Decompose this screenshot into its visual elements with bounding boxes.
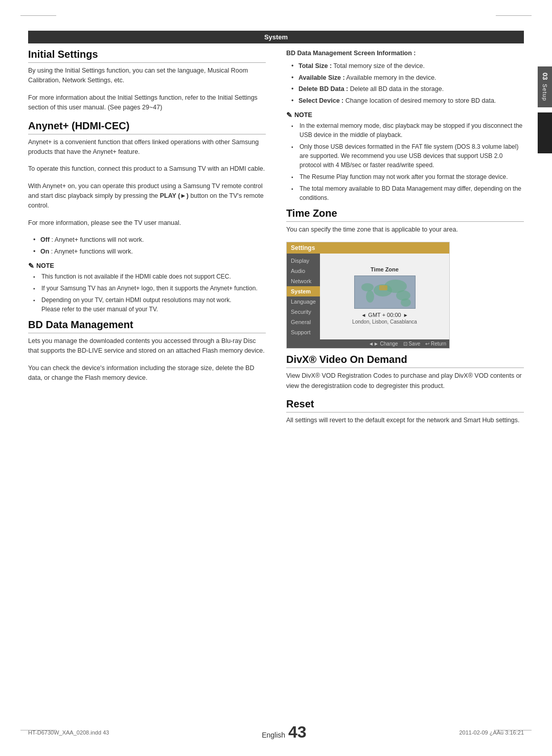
divx-section: DivX® Video On Demand View DivX® VOD Reg… (286, 354, 524, 391)
anynet-note: ✎ NOTE This function is not available if… (28, 262, 266, 314)
anynet-body4: For more information, please see the TV … (28, 218, 266, 228)
initial-settings-title: Initial Settings (28, 49, 266, 63)
bd-bullet-total: Total Size : Total memory size of the de… (291, 61, 524, 71)
anynet-title: Anynet+ (HDMI-CEC) (28, 120, 266, 134)
note-icon: ✎ (28, 262, 34, 270)
gmt-arrow-right: ► (403, 312, 408, 318)
divx-title: DivX® Video On Demand (286, 354, 524, 368)
settings-screenshot: Settings Display Audio Network System La… (286, 242, 450, 349)
svg-point-4 (361, 283, 374, 291)
bd-bullet-available: Available Size : Available memory in the… (291, 73, 524, 83)
time-zone-body: You can specify the time zone that is ap… (286, 225, 524, 235)
anynet-section: Anynet+ (HDMI-CEC) Anynet+ is a convenie… (28, 120, 266, 314)
anynet-note-3: Depending on your TV, certain HDMI outpu… (33, 295, 266, 314)
side-tab-dark (538, 112, 552, 153)
system-header-bar: System (28, 31, 524, 43)
bd-data-section: BD Data Management Lets you manage the d… (28, 319, 266, 383)
page-footer: HT-D6730W_XAA_0208.indd 43 English 43 20… (28, 723, 524, 742)
gmt-arrow-left: ◄ (361, 312, 366, 318)
svg-point-5 (366, 290, 374, 303)
menu-system: System (287, 286, 320, 296)
bd-screen-info-title: BD Data Management Screen Information : (286, 49, 524, 58)
footer-change: ◄► Change (369, 341, 398, 347)
bd-data-right: BD Data Management Screen Information : … (286, 49, 524, 202)
menu-audio: Audio (287, 266, 320, 276)
bd-note-list: In the external memory mode, disc playba… (291, 121, 524, 202)
border-top-right (496, 15, 532, 16)
system-bar-label: System (264, 33, 288, 41)
initial-settings-body2: For more information about the Initial S… (28, 93, 266, 113)
footer-save: ⊡ Save (403, 341, 421, 347)
settings-screenshot-body: Display Audio Network System Language Se… (287, 254, 449, 339)
reset-section: Reset All settings will revert to the de… (286, 398, 524, 425)
settings-menu: Display Audio Network System Language Se… (287, 254, 320, 339)
side-tab-text: Setup (542, 84, 548, 101)
side-tab-number: 03 (541, 73, 549, 80)
right-column: BD Data Management Screen Information : … (286, 49, 524, 432)
bd-note-1: In the external memory mode, disc playba… (291, 121, 524, 140)
menu-security: Security (287, 307, 320, 317)
left-column: Initial Settings By using the Initial Se… (28, 49, 266, 432)
settings-screenshot-header: Settings (287, 242, 449, 254)
bd-note-3: The Resume Play function may not work af… (291, 172, 524, 181)
menu-general: General (287, 317, 320, 327)
divx-body: View DivX® VOD Registration Codes to pur… (286, 371, 524, 391)
world-map (354, 276, 416, 309)
initial-settings-section: Initial Settings By using the Initial Se… (28, 49, 266, 113)
bullet-off: Off : Anynet+ functions will not work. (33, 235, 266, 245)
time-zone-title: Time Zone (286, 208, 524, 222)
reset-body: All settings will revert to the default … (286, 416, 524, 425)
footer-date: 2011-02-09 ¿ÀÀü 3:16:21 (459, 729, 524, 736)
settings-content: Time Zone (320, 254, 449, 339)
bd-note-title: ✎ NOTE (286, 111, 524, 119)
anynet-note-list: This function is not available if the HD… (33, 272, 266, 314)
page-language: English (262, 731, 285, 739)
gmt-display: ◄ GMT + 00:00 ► (361, 312, 408, 318)
bd-note-2: Only those USB devices formatted in the … (291, 142, 524, 170)
menu-network: Network (287, 276, 320, 286)
anynet-note-2: If your Samsung TV has an Anynet+ logo, … (33, 284, 266, 293)
gmt-value: GMT + 00:00 (368, 312, 401, 318)
bd-data-title: BD Data Management (28, 319, 266, 333)
bullet-on: On : Anynet+ functions will work. (33, 247, 266, 257)
svg-point-6 (401, 299, 411, 307)
bd-note-4: The total memory available to BD Data Ma… (291, 184, 524, 202)
anynet-note-1: This function is not available if the HD… (33, 272, 266, 281)
anynet-body2: To operate this function, connect this p… (28, 164, 266, 174)
bd-data-body2: You can check the device's information i… (28, 363, 266, 383)
footer-file: HT-D6730W_XAA_0208.indd 43 (28, 729, 109, 736)
page-number: 43 (288, 723, 307, 742)
bd-bullet-select: Select Device : Change location of desir… (291, 96, 524, 106)
border-top-left (20, 15, 56, 16)
page: 03 Setup System Initial Settings By usin… (0, 0, 552, 756)
footer-return: ↩ Return (425, 341, 446, 347)
anynet-body3: With Anynet+ on, you can operate this pr… (28, 181, 266, 211)
bd-note: ✎ NOTE In the external memory mode, disc… (286, 111, 524, 202)
menu-language: Language (287, 296, 320, 307)
bd-data-body1: Lets you manage the downloaded contents … (28, 336, 266, 356)
svg-rect-7 (379, 285, 387, 290)
settings-location: London, Lisbon, Casablanca (352, 319, 417, 325)
page-number-area: English 43 (262, 723, 307, 742)
bd-note-icon: ✎ (286, 111, 292, 119)
reset-title: Reset (286, 398, 524, 413)
side-tab: 03 Setup (538, 66, 552, 107)
two-col-layout: Initial Settings By using the Initial Se… (28, 49, 524, 432)
anynet-bullets: Off : Anynet+ functions will not work. O… (33, 235, 266, 257)
settings-footer: ◄► Change ⊡ Save ↩ Return (287, 339, 449, 348)
anynet-body1: Anynet+ is a convenient function that of… (28, 138, 266, 157)
settings-content-title: Time Zone (371, 266, 399, 272)
anynet-note-title: ✎ NOTE (28, 262, 266, 270)
initial-settings-body1: By using the Initial Settings function, … (28, 66, 266, 86)
menu-support: Support (287, 327, 320, 337)
menu-display: Display (287, 256, 320, 266)
time-zone-section: Time Zone You can specify the time zone … (286, 208, 524, 349)
bd-bullet-delete: Delete BD Data : Delete all BD data in t… (291, 84, 524, 94)
bd-screen-bullets: Total Size : Total memory size of the de… (291, 61, 524, 106)
